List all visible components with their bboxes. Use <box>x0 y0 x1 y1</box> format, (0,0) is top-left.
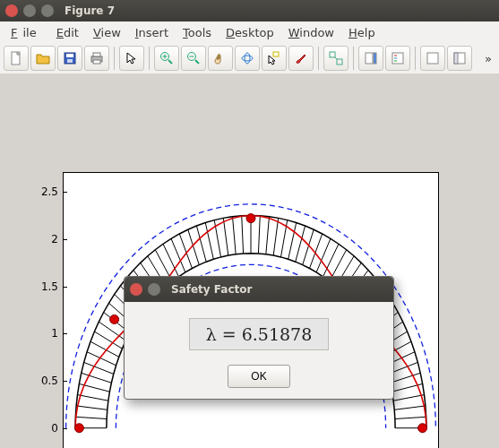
insert-legend-icon <box>391 51 405 65</box>
menu-edit[interactable]: Edit <box>51 24 84 41</box>
svg-line-66 <box>296 226 305 262</box>
svg-line-40 <box>99 322 125 340</box>
svg-line-59 <box>242 216 244 254</box>
window-title: Figure 7 <box>65 4 115 17</box>
dialog-title: Safety Factor <box>171 283 252 296</box>
pan-button[interactable] <box>208 46 233 71</box>
svg-rect-27 <box>427 53 438 64</box>
ok-button[interactable]: OK <box>228 365 290 388</box>
zoom-out-button[interactable] <box>181 46 206 71</box>
zoom-out-icon <box>186 51 201 65</box>
svg-point-91 <box>74 424 83 433</box>
menu-file[interactable]: File <box>5 24 47 41</box>
svg-line-36 <box>84 362 114 374</box>
window-minimize-icon[interactable] <box>23 4 36 17</box>
save-icon <box>63 51 77 65</box>
svg-line-33 <box>77 395 108 401</box>
data-cursor-icon <box>267 51 281 65</box>
toolbar-separator <box>114 47 115 70</box>
dialog-close-icon[interactable] <box>130 283 142 296</box>
svg-rect-21 <box>366 53 373 64</box>
hide-plot-tools-icon <box>426 51 440 65</box>
toolbar-separator <box>318 47 319 70</box>
menu-view[interactable]: View <box>88 24 126 41</box>
zoom-in-icon <box>159 51 174 65</box>
svg-line-62 <box>266 217 270 254</box>
save-button[interactable] <box>57 46 82 71</box>
menu-insert[interactable]: Insert <box>130 24 174 41</box>
svg-line-88 <box>394 406 426 409</box>
rotate-3d-icon <box>240 51 254 65</box>
svg-point-15 <box>242 56 253 61</box>
svg-line-58 <box>233 217 237 254</box>
svg-point-95 <box>418 424 427 433</box>
brush-button[interactable] <box>288 46 314 71</box>
svg-rect-3 <box>66 54 73 57</box>
svg-line-20 <box>335 57 337 59</box>
pointer-button[interactable] <box>119 46 144 71</box>
dialog-body: λ = 6.51878 OK <box>125 302 393 399</box>
svg-rect-18 <box>330 52 335 57</box>
svg-line-53 <box>188 229 199 264</box>
hide-plot-tools-button[interactable] <box>420 46 445 71</box>
svg-line-31 <box>75 417 107 418</box>
svg-line-54 <box>196 226 206 262</box>
link-plot-button[interactable] <box>323 46 348 71</box>
svg-rect-4 <box>67 59 73 63</box>
svg-line-50 <box>163 244 178 277</box>
data-cursor-button[interactable] <box>262 46 287 71</box>
insert-colorbar-icon <box>364 51 378 65</box>
menu-window[interactable]: Window <box>283 24 340 41</box>
new-file-icon <box>9 51 23 65</box>
window-maximize-icon[interactable] <box>41 4 54 17</box>
new-file-button[interactable] <box>4 46 29 71</box>
pan-icon <box>213 51 228 65</box>
svg-point-16 <box>245 53 250 64</box>
toolbar-separator <box>149 47 150 70</box>
toolbar-separator <box>415 47 416 70</box>
svg-line-32 <box>76 406 108 409</box>
figure-window: Figure 7 File Edit View Insert Tools Des… <box>0 0 499 448</box>
svg-line-63 <box>273 218 278 255</box>
svg-point-92 <box>110 314 119 323</box>
svg-rect-22 <box>374 53 376 64</box>
open-file-button[interactable] <box>30 46 56 71</box>
toolbar-overflow-icon[interactable]: » <box>481 52 495 65</box>
rotate-3d-button[interactable] <box>235 46 260 71</box>
show-plot-tools-button[interactable] <box>447 46 472 71</box>
svg-line-70 <box>323 244 339 277</box>
safety-factor-dialog: Safety Factor λ = 6.51878 OK <box>124 276 394 400</box>
zoom-in-button[interactable] <box>154 46 179 71</box>
y-tick-label: 0 <box>31 422 58 435</box>
insert-colorbar-button[interactable] <box>358 46 383 71</box>
svg-line-9 <box>168 60 172 64</box>
insert-legend-button[interactable] <box>385 46 410 71</box>
y-tick-label: 2.5 <box>31 185 58 198</box>
link-plot-icon <box>329 51 343 65</box>
svg-rect-7 <box>93 60 100 64</box>
y-tick-label: 1.5 <box>31 280 58 293</box>
menu-desktop[interactable]: Desktop <box>220 24 280 41</box>
y-tick-label: 1 <box>31 327 58 340</box>
window-close-icon[interactable] <box>5 4 18 17</box>
y-tick-label: 2 <box>31 233 58 246</box>
menu-tools[interactable]: Tools <box>177 24 217 41</box>
print-button[interactable] <box>84 46 109 71</box>
brush-icon <box>294 51 308 65</box>
svg-rect-6 <box>93 53 100 56</box>
svg-line-89 <box>395 417 426 418</box>
svg-point-93 <box>246 214 255 223</box>
svg-line-87 <box>393 395 424 401</box>
figure-toolbar: » <box>0 43 499 74</box>
pointer-icon <box>125 51 139 65</box>
dialog-minimize-icon[interactable] <box>148 283 160 296</box>
menu-help[interactable]: Help <box>343 24 381 41</box>
print-icon <box>90 51 104 65</box>
svg-rect-19 <box>337 59 342 65</box>
svg-rect-17 <box>273 52 279 56</box>
show-plot-tools-icon <box>452 51 467 65</box>
svg-rect-29 <box>454 53 458 64</box>
dialog-titlebar: Safety Factor <box>125 277 393 302</box>
svg-line-57 <box>223 218 228 255</box>
svg-line-61 <box>258 216 260 254</box>
